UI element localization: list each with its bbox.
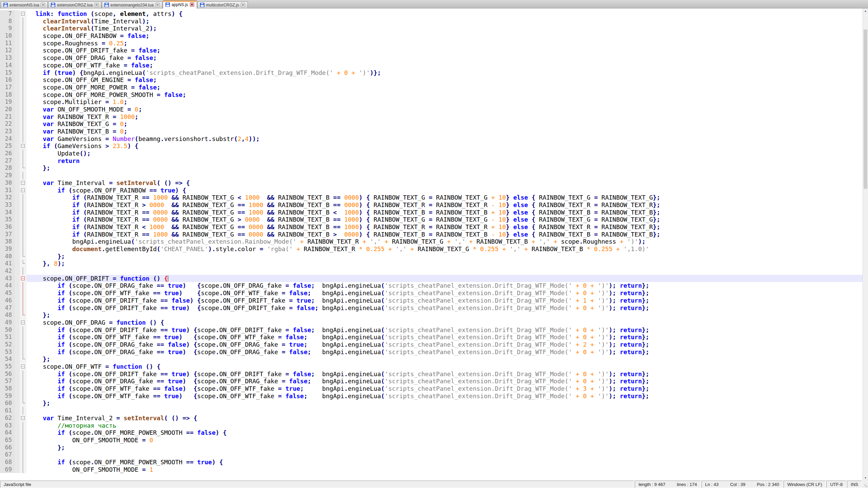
bookmark-margin[interactable] (15, 451, 20, 459)
bookmark-margin[interactable] (15, 348, 20, 356)
bookmark-margin[interactable] (15, 341, 20, 348)
code-line-60[interactable]: 60 }; (0, 400, 863, 407)
close-icon[interactable]: ✕ (241, 3, 245, 7)
code-text[interactable]: //моторная часть (26, 422, 863, 429)
code-text[interactable]: if (scope.ON_OFF_DRAG_fake == true) {sco… (26, 378, 863, 385)
fold-margin[interactable] (20, 407, 26, 414)
code-text[interactable]: if (true) {bngApi.engineLua('scripts_che… (26, 69, 863, 77)
code-text[interactable]: var Time_Interval_2 = setInterval( () =>… (26, 414, 863, 422)
fold-margin[interactable] (20, 444, 26, 451)
scrollbar-thumb[interactable] (864, 29, 867, 189)
code-line-14[interactable]: 14 scope.ON_OFF_WTF_fake = false; (0, 62, 863, 69)
code-line-36[interactable]: 36 if (RAINBOW_TEXT_R < 1000 && RAINBOW_… (0, 223, 863, 231)
code-line-20[interactable]: 20 var ON_OFF_SMOOTH_MODE = 0; (0, 106, 863, 113)
fold-margin[interactable] (20, 194, 26, 201)
code-line-8[interactable]: 8 clearInterval(Time_Interval); (0, 18, 863, 25)
code-text[interactable]: }; (26, 253, 863, 260)
code-line-57[interactable]: 57 if (scope.ON_OFF_DRAG_fake == true) {… (0, 378, 863, 385)
code-text[interactable]: clearInterval(Time_Interval_2); (26, 25, 863, 32)
fold-margin[interactable] (20, 135, 26, 143)
code-text[interactable]: if (RAINBOW_TEXT_R < 1000 && RAINBOW_TEX… (26, 223, 863, 231)
fold-margin[interactable] (20, 459, 26, 466)
bookmark-margin[interactable] (15, 260, 20, 267)
statusbar-eol-format[interactable]: Windows (CR LF) (784, 481, 826, 488)
code-text[interactable]: scope.ON_OFF_MORE_POWER_SMOOTH = false; (26, 91, 863, 99)
code-text[interactable]: var RAINBOW_TEXT_G = 0; (26, 120, 863, 128)
bookmark-margin[interactable] (15, 76, 20, 84)
fold-margin[interactable] (20, 253, 26, 260)
code-line-34[interactable]: 34 if (RAINBOW_TEXT_R == 0000 && RAINBOW… (0, 209, 863, 216)
fold-margin[interactable] (20, 209, 26, 216)
code-text[interactable]: if (RAINBOW_TEXT_R == 0000 && RAINBOW_TE… (26, 209, 863, 216)
fold-margin[interactable] (20, 304, 26, 312)
statusbar-insert-mode[interactable]: INS (847, 481, 862, 488)
code-text[interactable]: ON_OFF_SMOOTH_MODE = 0 (26, 436, 863, 444)
fold-margin[interactable] (20, 319, 26, 326)
code-editor[interactable]: 7 link: function (scope, element, attrs)… (0, 8, 868, 481)
code-line-11[interactable]: 11 scope.Roughness = 0.25; (0, 40, 863, 47)
code-line-33[interactable]: 33 if (RAINBOW_TEXT_R > 0000 && RAINBOW_… (0, 201, 863, 209)
fold-margin[interactable] (20, 10, 26, 18)
bookmark-margin[interactable] (15, 150, 20, 157)
fold-margin[interactable] (20, 392, 26, 400)
bookmark-margin[interactable] (15, 245, 20, 253)
fold-margin[interactable] (20, 333, 26, 341)
code-text[interactable]: scope.ON_OFF_MORE_POWER = false; (26, 84, 863, 91)
bookmark-margin[interactable] (15, 436, 20, 444)
code-line-56[interactable]: 56 if (scope.ON_OFF_DRIFT_fake == true) … (0, 370, 863, 378)
code-text[interactable]: scope.ON_OFF_WTF = function () { (26, 363, 863, 370)
code-line-51[interactable]: 51 if (scope.ON_OFF_WTF_fake == true) {s… (0, 333, 863, 341)
fold-margin[interactable] (20, 69, 26, 77)
resize-grip[interactable] (863, 481, 868, 488)
bookmark-margin[interactable] (15, 201, 20, 209)
fold-margin[interactable] (20, 341, 26, 348)
code-line-26[interactable]: 26 Update(); (0, 150, 863, 157)
code-text[interactable] (26, 172, 863, 179)
bookmark-margin[interactable] (15, 422, 20, 429)
code-text[interactable]: if (GameVersions > 23.5) { (26, 142, 863, 150)
code-text[interactable]: }, 8); (26, 260, 863, 267)
code-text[interactable]: if (scope.ON_OFF_DRIFT_fake == false) {s… (26, 297, 863, 304)
fold-margin[interactable] (20, 267, 26, 275)
close-icon[interactable]: ✕ (190, 2, 194, 7)
code-line-67[interactable]: 67 (0, 451, 863, 459)
fold-marker[interactable] (21, 144, 25, 148)
bookmark-margin[interactable] (15, 370, 20, 378)
bookmark-margin[interactable] (15, 267, 20, 275)
code-line-49[interactable]: 49 scope.ON_OFF_DRAG = function () { (0, 319, 863, 326)
fold-margin[interactable] (20, 355, 26, 363)
close-icon[interactable]: ✕ (94, 3, 99, 7)
code-line-28[interactable]: 28 }; (0, 164, 863, 172)
fold-margin[interactable] (20, 422, 26, 429)
fold-margin[interactable] (20, 32, 26, 40)
code-line-66[interactable]: 66 }; (0, 444, 863, 451)
fold-margin[interactable] (20, 451, 26, 459)
code-line-17[interactable]: 17 scope.ON_OFF_MORE_POWER = false; (0, 84, 863, 91)
bookmark-margin[interactable] (15, 135, 20, 143)
bookmark-margin[interactable] (15, 216, 20, 223)
code-text[interactable]: link: function (scope, element, attrs) { (26, 10, 863, 18)
code-text[interactable]: var ON_OFF_SMOOTH_MODE = 0; (26, 106, 863, 113)
code-line-44[interactable]: 44 if (scope.ON_OFF_DRAG_fake == true) {… (0, 282, 863, 289)
code-line-58[interactable]: 58 if (scope.ON_OFF_WTF_fake == false) {… (0, 385, 863, 392)
fold-margin[interactable] (20, 429, 26, 436)
code-line-62[interactable]: 62 var Time_Interval_2 = setInterval( ()… (0, 414, 863, 422)
tab-multicolorCRGZ.js[interactable]: multicolorCRGZ.js✕ (197, 1, 248, 8)
bookmark-margin[interactable] (15, 378, 20, 385)
code-text[interactable]: var RAINBOW_TEXT_R = 1000; (26, 113, 863, 121)
bookmark-margin[interactable] (15, 297, 20, 304)
fold-margin[interactable] (20, 282, 26, 289)
code-text[interactable]: }; (26, 311, 863, 319)
bookmark-margin[interactable] (15, 444, 20, 451)
fold-marker[interactable] (21, 365, 25, 368)
code-line-38[interactable]: 38 bngApi.engineLua('scripts_cheatPanel_… (0, 238, 863, 245)
code-text[interactable]: }; (26, 444, 863, 451)
code-line-40[interactable]: 40 }; (0, 253, 863, 260)
code-line-27[interactable]: 27 return (0, 157, 863, 165)
fold-margin[interactable] (20, 311, 26, 319)
code-text[interactable]: scope.ON_OFF_DRIFT_fake = false; (26, 47, 863, 54)
code-text[interactable]: scope.ON_OFF_DRIFT = function () { (26, 275, 863, 282)
bookmark-margin[interactable] (15, 91, 20, 99)
fold-margin[interactable] (20, 172, 26, 179)
bookmark-margin[interactable] (15, 326, 20, 334)
